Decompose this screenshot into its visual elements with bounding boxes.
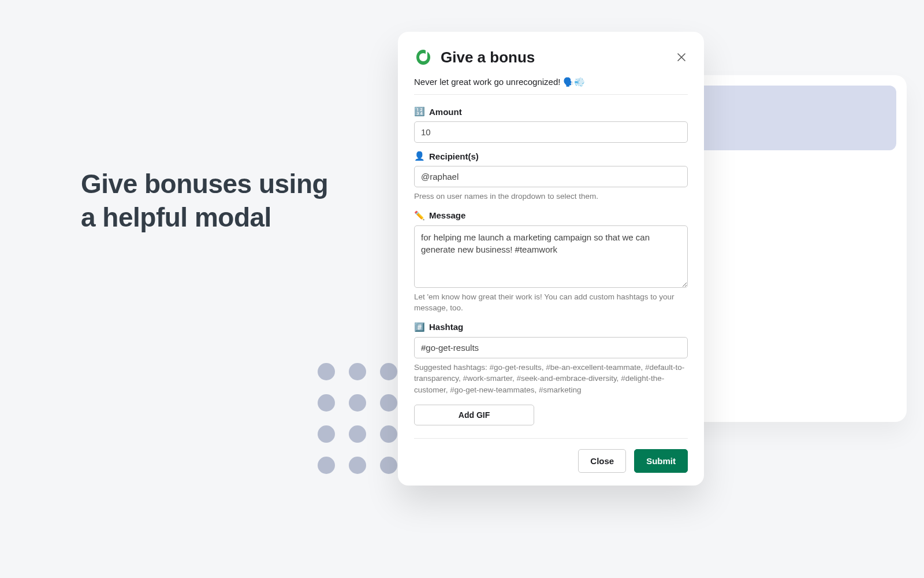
hash-icon: #️⃣ (414, 322, 424, 332)
message-label-text: Message (429, 210, 465, 220)
headline-line-2: a helpful modal (81, 202, 271, 232)
dot-grid (318, 363, 397, 474)
message-label: ✏️ Message (414, 210, 688, 221)
dot-icon (349, 425, 366, 443)
dot-icon (318, 425, 335, 443)
modal-footer: Close Submit (414, 449, 688, 473)
pencil-icon: ✏️ (414, 210, 424, 221)
dot-icon (349, 394, 366, 412)
bonusly-logo-icon (414, 48, 433, 66)
dot-icon (380, 425, 397, 443)
recipients-helper: Press on user names in the dropdown to s… (414, 191, 688, 202)
message-input[interactable] (414, 225, 688, 288)
hashtag-helper: Suggested hashtags: #go-get-results, #be… (414, 362, 688, 396)
amount-input[interactable] (414, 121, 688, 143)
person-icon: 👤 (414, 151, 424, 161)
close-icon[interactable] (675, 51, 688, 64)
give-bonus-modal: Give a bonus Never let great work go unr… (398, 32, 704, 486)
dot-icon (380, 394, 397, 412)
dot-icon (318, 394, 335, 412)
modal-subtitle: Never let great work go unrecognized! 🗣️… (414, 77, 688, 95)
dot-icon (349, 457, 366, 474)
amount-label-text: Amount (429, 107, 462, 117)
hashtag-label-text: Hashtag (429, 322, 463, 332)
hashtag-input[interactable] (414, 337, 688, 358)
dot-icon (318, 457, 335, 474)
headline-line-1: Give bonuses using (81, 169, 328, 199)
recipients-label: 👤 Recipient(s) (414, 151, 688, 161)
recipients-label-text: Recipient(s) (429, 151, 479, 161)
add-gif-button[interactable]: Add GIF (414, 405, 534, 425)
page-headline: Give bonuses using a helpful modal (81, 168, 328, 234)
modal-title: Give a bonus (441, 49, 667, 66)
message-helper: Let 'em know how great their work is! Yo… (414, 291, 688, 314)
dot-icon (380, 363, 397, 380)
modal-header: Give a bonus (414, 48, 688, 66)
recipients-input[interactable] (414, 166, 688, 187)
submit-button[interactable]: Submit (634, 449, 688, 473)
dot-icon (318, 363, 335, 380)
amount-label: 🔢 Amount (414, 106, 688, 117)
close-button[interactable]: Close (578, 449, 626, 473)
hashtag-label: #️⃣ Hashtag (414, 322, 688, 332)
dot-icon (349, 363, 366, 380)
divider (414, 438, 688, 439)
numbers-icon: 🔢 (414, 106, 424, 117)
dot-icon (380, 457, 397, 474)
